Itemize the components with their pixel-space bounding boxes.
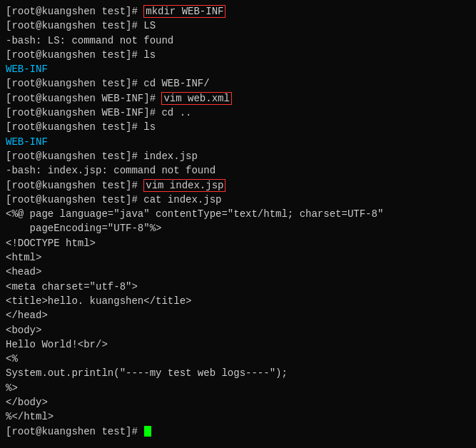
terminal-text: </body> — [6, 397, 48, 408]
terminal-text: [root@kuangshen WEB-INF]# cd .. — [6, 107, 191, 118]
command-highlight: vim web.xml — [161, 92, 231, 105]
terminal-line: <%@ page language="java" contentType="te… — [6, 207, 470, 221]
terminal-text: [root@kuangshen test]# ls — [6, 49, 156, 61]
terminal-text: [root@kuangshen test]# cd WEB-INF/ — [6, 78, 210, 89]
terminal-text: -bash: LS: command not found — [6, 35, 173, 46]
directory-name: WEB-INF — [6, 63, 48, 75]
terminal-cursor — [144, 426, 151, 437]
terminal-text: <title>hello. kuangshen</title> — [6, 295, 191, 307]
terminal-line: </body> — [6, 395, 470, 409]
terminal-text: <html> — [6, 252, 41, 263]
terminal-line: </head> — [6, 308, 470, 322]
terminal-text: %> — [6, 382, 18, 394]
terminal-text: [root@kuangshen test]# ls — [6, 121, 156, 133]
terminal-line: [root@kuangshen test]# index.jsp — [6, 149, 470, 163]
terminal-text: <% — [6, 353, 18, 365]
terminal-line: WEB-INF — [6, 62, 470, 76]
terminal-line: [root@kuangshen WEB-INF]# cd .. — [6, 106, 470, 120]
terminal-line: %> — [6, 381, 470, 395]
terminal-line: <html> — [6, 250, 470, 265]
terminal-line: -bash: LS: command not found — [6, 34, 470, 48]
terminal-text: [root@kuangshen test]# index.jsp — [6, 151, 198, 162]
terminal-line: [root@kuangshen test]# cd WEB-INF/ — [6, 76, 470, 91]
command-highlight: vim index.jsp — [143, 179, 226, 192]
prompt: [root@kuangshen test]# — [6, 426, 143, 437]
terminal-text: </head> — [6, 310, 48, 321]
terminal-text: pageEncoding="UTF-8"%> — [6, 223, 161, 234]
terminal-line: Hello World!<br/> — [6, 337, 470, 352]
terminal-text: [root@kuangshen test]# LS — [6, 20, 156, 31]
terminal-line: [root@kuangshen test]# ls — [6, 120, 470, 134]
terminal-line: pageEncoding="UTF-8"%> — [6, 221, 470, 235]
terminal-text: <meta charset="utf-8"> — [6, 281, 138, 292]
terminal-text: [root@kuangshen test]# cat index.jsp — [6, 194, 221, 205]
terminal-line: [root@kuangshen WEB-INF]# vim web.xml — [6, 91, 470, 106]
directory-name: WEB-INF — [6, 136, 48, 148]
prompt: [root@kuangshen WEB-INF]# — [6, 93, 161, 104]
terminal: [root@kuangshen test]# mkdir WEB-INF [ro… — [6, 4, 470, 439]
terminal-line: [root@kuangshen test]# — [6, 424, 470, 439]
prompt: [root@kuangshen test]# — [6, 6, 143, 17]
terminal-line: <body> — [6, 323, 470, 337]
terminal-text: <body> — [6, 325, 41, 336]
terminal-line: %</html> — [6, 409, 470, 424]
terminal-line: System.out.println("----my test web logs… — [6, 366, 470, 380]
terminal-line: [root@kuangshen test]# cat index.jsp — [6, 193, 470, 207]
terminal-line: <head> — [6, 265, 470, 279]
terminal-line: [root@kuangshen test]# mkdir WEB-INF — [6, 4, 470, 19]
terminal-line: [root@kuangshen test]# ls — [6, 48, 470, 62]
terminal-text: -bash: index.jsp: command not found — [6, 165, 216, 176]
prompt: [root@kuangshen test]# — [6, 180, 143, 191]
terminal-text: Hello World!<br/> — [6, 339, 108, 350]
terminal-line: [root@kuangshen test]# vim index.jsp — [6, 178, 470, 193]
terminal-line: <% — [6, 352, 470, 366]
terminal-text: %</html> — [6, 411, 54, 422]
terminal-line: <meta charset="utf-8"> — [6, 280, 470, 294]
terminal-text: System.out.println("----my test web logs… — [6, 367, 288, 379]
terminal-line: -bash: index.jsp: command not found — [6, 163, 470, 178]
terminal-text: <!DOCTYPE html> — [6, 238, 96, 249]
terminal-text: <head> — [6, 266, 41, 278]
terminal-line: <title>hello. kuangshen</title> — [6, 294, 470, 308]
terminal-line: [root@kuangshen test]# LS — [6, 19, 470, 33]
terminal-text: <%@ page language="java" contentType="te… — [6, 208, 383, 220]
terminal-line: WEB-INF — [6, 135, 470, 149]
terminal-line: <!DOCTYPE html> — [6, 236, 470, 250]
command-highlight: mkdir WEB-INF — [143, 5, 226, 18]
